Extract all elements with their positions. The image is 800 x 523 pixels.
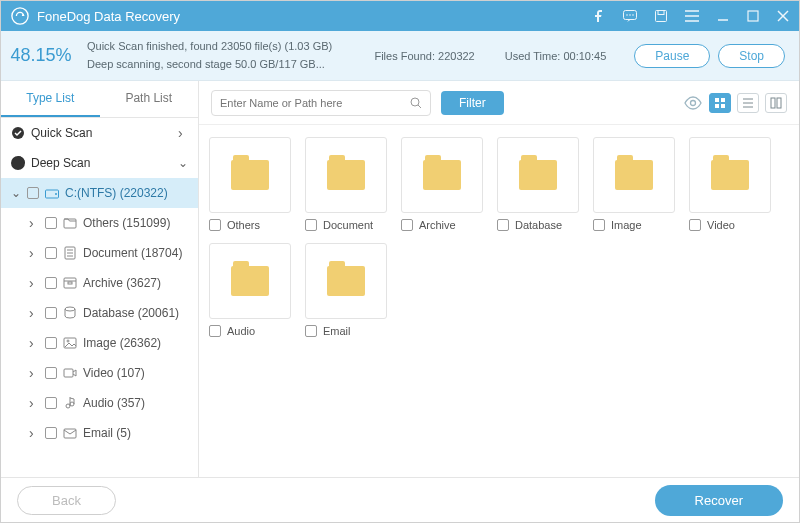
folder-card-email[interactable]: Email bbox=[305, 243, 387, 337]
stop-button[interactable]: Stop bbox=[718, 44, 785, 68]
view-list-icon[interactable] bbox=[737, 93, 759, 113]
checkbox[interactable] bbox=[209, 219, 221, 231]
facebook-icon[interactable] bbox=[593, 10, 605, 22]
checkbox[interactable] bbox=[305, 219, 317, 231]
folder-thumb bbox=[209, 243, 291, 319]
checkbox[interactable] bbox=[27, 187, 39, 199]
tree-item-email[interactable]: Email (5) bbox=[1, 418, 198, 448]
folder-label: Database bbox=[515, 219, 562, 231]
folder-card-document[interactable]: Document bbox=[305, 137, 387, 231]
tab-type-list[interactable]: Type List bbox=[1, 81, 100, 117]
view-grid-icon[interactable] bbox=[709, 93, 731, 113]
chevron-right-icon bbox=[29, 215, 39, 231]
tree-label: Others (151099) bbox=[83, 216, 170, 230]
content-area: Filter OthersDocumentArchiveDatabaseImag… bbox=[199, 81, 799, 477]
tree-item-image[interactable]: Image (26362) bbox=[1, 328, 198, 358]
tree-quick-scan[interactable]: Quick Scan bbox=[1, 118, 198, 148]
svg-point-32 bbox=[70, 402, 74, 406]
svg-rect-30 bbox=[64, 369, 73, 377]
folder-card-database[interactable]: Database bbox=[497, 137, 579, 231]
checkbox[interactable] bbox=[45, 307, 57, 319]
folder-thumb bbox=[209, 137, 291, 213]
tab-path-list[interactable]: Path List bbox=[100, 81, 199, 117]
toolbar: Filter bbox=[199, 81, 799, 125]
svg-point-2 bbox=[626, 14, 628, 16]
tree-label: Archive (3627) bbox=[83, 276, 161, 290]
app-title: FoneDog Data Recovery bbox=[37, 9, 593, 24]
folder-label: Video bbox=[707, 219, 735, 231]
footer: Back Recover bbox=[1, 477, 799, 523]
folder-thumb bbox=[401, 137, 483, 213]
checkbox[interactable] bbox=[45, 337, 57, 349]
back-button[interactable]: Back bbox=[17, 486, 116, 515]
folder-label: Document bbox=[323, 219, 373, 231]
folder-icon bbox=[519, 160, 557, 190]
others-icon bbox=[63, 216, 77, 230]
checkbox[interactable] bbox=[45, 217, 57, 229]
tree-label: Image (26362) bbox=[83, 336, 161, 350]
folder-thumb bbox=[305, 137, 387, 213]
progress-percent: 48.15% bbox=[1, 45, 81, 66]
svg-rect-6 bbox=[658, 11, 664, 15]
eye-icon[interactable] bbox=[683, 96, 703, 110]
tree-drive[interactable]: C:(NTFS) (220322) bbox=[1, 178, 198, 208]
tree-item-document[interactable]: Document (18704) bbox=[1, 238, 198, 268]
checkbox[interactable] bbox=[593, 219, 605, 231]
checkbox[interactable] bbox=[497, 219, 509, 231]
close-icon[interactable] bbox=[777, 10, 789, 22]
search-input[interactable] bbox=[220, 97, 410, 109]
svg-point-0 bbox=[12, 8, 28, 24]
scan-line2: Deep scanning, second stage 50.0 GB/117 … bbox=[87, 56, 368, 74]
svg-point-36 bbox=[691, 100, 696, 105]
files-found-value: 220322 bbox=[438, 50, 475, 62]
folder-card-archive[interactable]: Archive bbox=[401, 137, 483, 231]
save-icon[interactable] bbox=[655, 10, 667, 22]
pause-button[interactable]: Pause bbox=[634, 44, 710, 68]
minimize-icon[interactable] bbox=[717, 10, 729, 22]
checkbox[interactable] bbox=[45, 277, 57, 289]
tree-item-database[interactable]: Database (20061) bbox=[1, 298, 198, 328]
titlebar: FoneDog Data Recovery bbox=[1, 1, 799, 31]
checkbox[interactable] bbox=[45, 367, 57, 379]
folder-icon bbox=[327, 160, 365, 190]
folder-thumb bbox=[305, 243, 387, 319]
search-icon[interactable] bbox=[410, 97, 422, 109]
folder-card-others[interactable]: Others bbox=[209, 137, 291, 231]
feedback-icon[interactable] bbox=[623, 10, 637, 22]
folder-card-image[interactable]: Image bbox=[593, 137, 675, 231]
maximize-icon[interactable] bbox=[747, 10, 759, 22]
checkbox[interactable] bbox=[689, 219, 701, 231]
used-time-value: 00:10:45 bbox=[563, 50, 606, 62]
tree-item-video[interactable]: Video (107) bbox=[1, 358, 198, 388]
checkbox[interactable] bbox=[401, 219, 413, 231]
progress-circle-icon bbox=[11, 156, 25, 170]
scan-stats: Files Found: 220322 Used Time: 00:10:45 bbox=[374, 50, 606, 62]
checkbox[interactable] bbox=[209, 325, 221, 337]
svg-line-35 bbox=[418, 105, 421, 108]
svg-rect-44 bbox=[771, 98, 775, 108]
folder-icon bbox=[327, 266, 365, 296]
checkbox[interactable] bbox=[305, 325, 317, 337]
search-box[interactable] bbox=[211, 90, 431, 116]
tree: Quick Scan Deep Scan C:(NTFS) (220322) O… bbox=[1, 118, 198, 477]
view-detail-icon[interactable] bbox=[765, 93, 787, 113]
folder-icon bbox=[711, 160, 749, 190]
folder-card-video[interactable]: Video bbox=[689, 137, 771, 231]
tree-item-others[interactable]: Others (151099) bbox=[1, 208, 198, 238]
tree-label: C:(NTFS) (220322) bbox=[65, 186, 168, 200]
sidebar-tabs: Type List Path List bbox=[1, 81, 198, 118]
checkbox[interactable] bbox=[45, 427, 57, 439]
recover-button[interactable]: Recover bbox=[655, 485, 783, 516]
tree-item-audio[interactable]: Audio (357) bbox=[1, 388, 198, 418]
filter-button[interactable]: Filter bbox=[441, 91, 504, 115]
folder-card-audio[interactable]: Audio bbox=[209, 243, 291, 337]
checkbox[interactable] bbox=[45, 247, 57, 259]
svg-rect-19 bbox=[64, 219, 76, 228]
folder-thumb bbox=[593, 137, 675, 213]
svg-rect-5 bbox=[656, 11, 667, 22]
tree-deep-scan[interactable]: Deep Scan bbox=[1, 148, 198, 178]
menu-icon[interactable] bbox=[685, 10, 699, 22]
folder-icon bbox=[231, 266, 269, 296]
checkbox[interactable] bbox=[45, 397, 57, 409]
tree-item-archive[interactable]: Archive (3627) bbox=[1, 268, 198, 298]
